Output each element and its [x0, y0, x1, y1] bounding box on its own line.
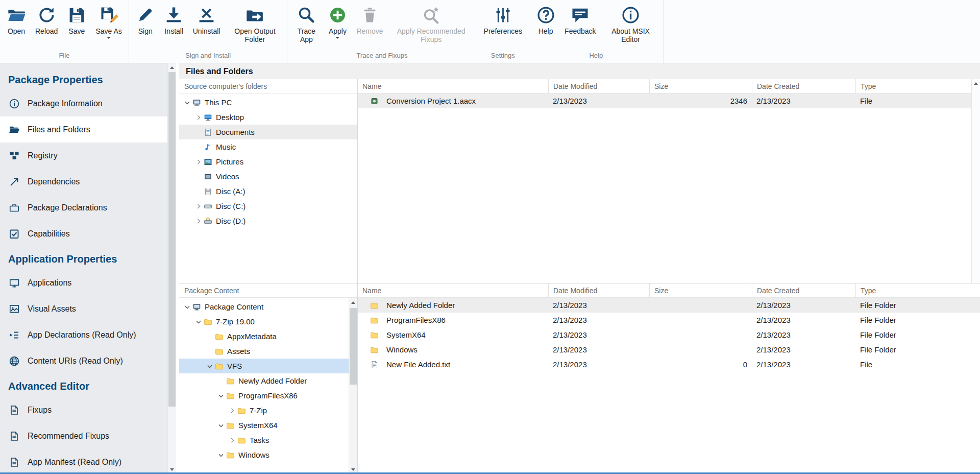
folder-row-programfilesx86[interactable]: ProgramFilesX86 2/13/2023 2/13/2023 File… — [358, 313, 980, 327]
tree-node-assets[interactable]: Assets — [179, 344, 349, 359]
help-button[interactable]: Help — [531, 5, 560, 36]
chevron-down-icon[interactable] — [216, 421, 226, 430]
install-button[interactable]: Install — [160, 5, 188, 36]
chevron-right-icon[interactable] — [193, 202, 203, 210]
tree-node-videos[interactable]: Videos — [179, 169, 357, 184]
chevron-right-icon[interactable] — [227, 436, 237, 444]
sidebar-item-applications[interactable]: Applications — [0, 270, 167, 296]
column-header-size[interactable]: Size — [649, 79, 752, 93]
sidebar-item-label: Files and Folders — [28, 125, 90, 134]
tree-node-package-content[interactable]: Package Content — [179, 299, 349, 314]
sidebar-scrollbar[interactable] — [167, 63, 176, 474]
column-header-date-created[interactable]: Date Created — [752, 283, 855, 297]
column-header-type[interactable]: Type — [855, 79, 971, 93]
sidebar-item-content-uris[interactable]: Content URIs (Read Only) — [0, 348, 167, 374]
chevron-down-icon[interactable] — [216, 451, 226, 459]
sign-button[interactable]: Sign — [131, 5, 160, 36]
tree-node-disc-a[interactable]: Disc (A:) — [179, 184, 357, 199]
folder-icon — [9, 124, 20, 135]
chevron-down-icon[interactable] — [216, 392, 226, 400]
scrollbar-thumb[interactable] — [350, 308, 357, 385]
document-icon — [9, 405, 20, 416]
tree-node-label: Documents — [216, 128, 255, 136]
chevron-right-icon[interactable] — [193, 113, 203, 122]
tree-node-7zip[interactable]: 7-Zip — [179, 403, 349, 418]
tree-node-pictures[interactable]: Pictures — [179, 154, 357, 169]
chevron-down-icon[interactable] — [182, 303, 192, 311]
column-header-name[interactable]: Name — [358, 283, 548, 297]
folder-row-windows[interactable]: Windows 2/13/2023 2/13/2023 File Folder — [358, 342, 980, 357]
remove-button[interactable]: Remove — [352, 5, 387, 36]
package-file-table: Name Date Modified Size Date Created Typ… — [358, 283, 980, 474]
tree-node-newly-added-folder[interactable]: Newly Added Folder — [179, 373, 349, 388]
chevron-down-icon[interactable] — [182, 99, 192, 107]
file-name: New File Added.txt — [386, 360, 450, 369]
chevron-down-icon[interactable] — [205, 362, 214, 370]
source-table-scrollbar[interactable] — [971, 79, 980, 283]
chevron-right-icon[interactable] — [193, 158, 203, 166]
tree-node-disc-c[interactable]: Disc (C:) — [179, 199, 357, 214]
file-row-new-file-added[interactable]: New File Added.txt 2/13/2023 0 2/13/2023… — [358, 357, 980, 372]
document-icon — [9, 457, 20, 468]
chevron-right-icon[interactable] — [227, 407, 237, 415]
sidebar-item-capabilities[interactable]: Capabilities — [0, 221, 167, 247]
tree-node-music[interactable]: Music — [179, 139, 357, 154]
chevron-right-icon[interactable] — [193, 217, 203, 225]
sidebar-item-package-declarations[interactable]: Package Declarations — [0, 195, 167, 221]
tree-node-desktop[interactable]: Desktop — [179, 110, 357, 125]
open-button[interactable]: Open — [2, 5, 31, 36]
uninstall-button[interactable]: Uninstall — [188, 5, 225, 36]
file-type: File Folder — [855, 316, 980, 324]
feedback-button[interactable]: Feedback — [560, 5, 600, 36]
scrollbar-thumb[interactable] — [168, 72, 176, 407]
tree-node-7zip-1900[interactable]: 7-Zip 19.00 — [179, 314, 349, 329]
tree-node-documents[interactable]: Documents — [179, 125, 357, 139]
sidebar-item-app-manifest[interactable]: App Manifest (Read Only) — [0, 449, 167, 474]
sidebar-item-registry[interactable]: Registry — [0, 143, 167, 169]
apply-button[interactable]: Apply — [323, 5, 352, 40]
column-header-name[interactable]: Name — [358, 79, 548, 93]
trace-app-button[interactable]: Trace App — [289, 5, 323, 44]
folder-row-systemx64[interactable]: SystemX64 2/13/2023 2/13/2023 File Folde… — [358, 327, 980, 342]
save-button[interactable]: Save — [62, 5, 91, 36]
preferences-button[interactable]: Preferences — [479, 5, 527, 36]
file-date-modified: 2/13/2023 — [548, 301, 649, 310]
folder-row-newly-added-folder[interactable]: Newly Added Folder 2/13/2023 2/13/2023 F… — [358, 298, 980, 313]
scroll-up-button[interactable] — [168, 63, 176, 72]
file-name: Conversion Project 1.aacx — [386, 97, 476, 105]
about-msix-editor-button[interactable]: About MSIX Editor — [601, 5, 661, 44]
scroll-up-button[interactable] — [349, 298, 357, 307]
sidebar-item-visual-assets[interactable]: Visual Assets — [0, 296, 167, 322]
tree-node-vfs[interactable]: VFS — [179, 359, 349, 373]
column-header-type[interactable]: Type — [855, 283, 980, 297]
tree-node-appxmetadata[interactable]: AppxMetadata — [179, 329, 349, 344]
sidebar-item-dependencies[interactable]: Dependencies — [0, 169, 167, 195]
sidebar-item-package-information[interactable]: Package Information — [0, 90, 167, 116]
package-tree-scrollbar[interactable] — [349, 298, 357, 474]
tree-node-systemx64[interactable]: SystemX64 — [179, 418, 349, 433]
sidebar-item-app-declarations[interactable]: App Declarations (Read Only) — [0, 322, 167, 348]
save-as-button[interactable]: Save As — [91, 5, 126, 40]
sidebar-item-fixups[interactable]: Fixups — [0, 397, 167, 423]
tree-node-windows[interactable]: Windows — [179, 447, 349, 462]
column-header-date-modified[interactable]: Date Modified — [548, 79, 649, 93]
apply-recommended-fixups-button[interactable]: Apply Recommended Fixups — [388, 5, 475, 44]
column-header-date-created[interactable]: Date Created — [752, 79, 855, 93]
scroll-up-button[interactable] — [972, 79, 980, 88]
folder-icon — [204, 318, 212, 326]
tree-node-label: SystemX64 — [238, 421, 278, 430]
tree-node-disc-d[interactable]: Disc (D:) — [179, 214, 357, 228]
folder-icon — [237, 407, 246, 415]
sidebar-item-files-and-folders[interactable]: Files and Folders — [0, 116, 167, 143]
tree-node-tasks[interactable]: Tasks — [179, 433, 349, 447]
reload-button-label: Reload — [35, 27, 58, 35]
chevron-down-icon[interactable] — [193, 318, 203, 326]
sidebar-item-recommended-fixups[interactable]: Recommended Fixups — [0, 423, 167, 449]
column-header-date-modified[interactable]: Date Modified — [548, 283, 649, 297]
open-output-folder-button[interactable]: Open Output Folder — [225, 5, 285, 44]
column-header-size[interactable]: Size — [649, 283, 752, 297]
file-row-conversion-project[interactable]: Conversion Project 1.aacx 2/13/2023 2346… — [358, 93, 971, 108]
reload-button[interactable]: Reload — [31, 5, 62, 36]
tree-node-programfilesx86[interactable]: ProgramFilesX86 — [179, 388, 349, 403]
tree-node-this-pc[interactable]: This PC — [179, 95, 357, 110]
